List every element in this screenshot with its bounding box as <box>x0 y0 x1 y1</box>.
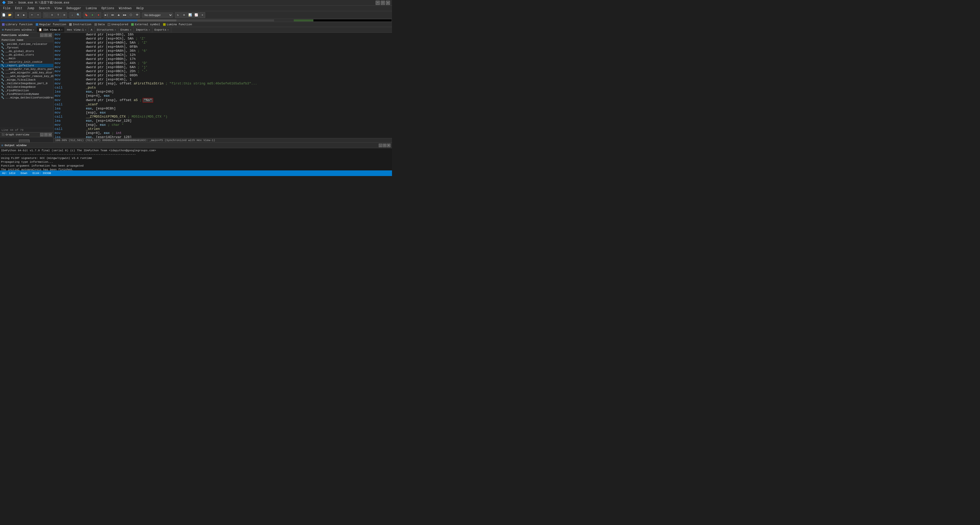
list-button[interactable]: ≡ <box>49 12 55 18</box>
title-bar-left: 🔷 IDA - boom.exe H:\迅雷下载\boom.exe <box>2 0 69 5</box>
menu-edit[interactable]: Edit <box>13 6 24 11</box>
refresh-button[interactable]: ↻ <box>175 12 181 18</box>
code-op: mov <box>55 45 70 49</box>
graph-minimize-btn[interactable]: _ <box>40 133 44 136</box>
tab-exports[interactable]: Exports ✕ <box>152 27 171 33</box>
tab-enums[interactable]: Enums ✕ <box>118 27 134 33</box>
output-content[interactable]: IDAPython 64-bit v1.7.0 final (serial 0)… <box>0 148 392 170</box>
function-icon: 🔧 <box>1 71 5 74</box>
sidebar-item-validate[interactable]: 🔧 _ValidateImageBase <box>0 85 53 89</box>
watch-button[interactable]: 👁 <box>134 12 140 18</box>
forward-button[interactable]: ▶ <box>21 12 27 18</box>
menu-search[interactable]: Search <box>37 6 52 11</box>
new-button[interactable]: 📄 <box>1 12 6 18</box>
run2-button[interactable]: ▶▶ <box>122 12 127 18</box>
graph-button[interactable]: ⬛ <box>43 12 49 18</box>
sidebar-list[interactable]: 🔧 _pei386_runtime_relocator 🔧 _fpreset 🔧… <box>0 42 53 128</box>
code-op: mov <box>55 65 70 70</box>
menu-lumina[interactable]: Lumina <box>84 6 99 11</box>
maximize-button[interactable]: □ <box>381 1 385 5</box>
stepout-button[interactable]: ⏏ <box>116 12 121 18</box>
output-minimize-btn[interactable]: _ <box>379 144 382 147</box>
search-button[interactable]: 🔍 <box>76 12 81 18</box>
tab-a-label: A <box>91 28 92 32</box>
progress-seg-7 <box>313 19 391 21</box>
progress-seg-3 <box>137 19 177 21</box>
sidebar-item-report[interactable]: 🔧 _report_gsfailure <box>0 64 53 67</box>
stepover-button[interactable]: ⏭ <box>110 12 115 18</box>
nav-next-button[interactable]: ➡ <box>35 12 41 18</box>
function-icon: 🔧 <box>1 64 5 67</box>
tab-imports-close[interactable]: ✕ <box>148 28 150 32</box>
debugger-select[interactable]: No debugger <box>142 13 173 17</box>
open-button[interactable]: 📂 <box>7 12 13 18</box>
code-op: mov <box>55 82 70 86</box>
tab-exports-label: Exports <box>154 28 166 32</box>
sidebar-item-w64-remove[interactable]: 🔧 ___w64_mingwthr_remove_key_dtor <box>0 75 53 78</box>
close-button[interactable]: ✕ <box>386 1 390 5</box>
tab-a[interactable]: A <box>89 27 95 33</box>
sidebar-item-security[interactable]: 🔧 __security_init_cookie <box>0 60 53 64</box>
output-close-btn[interactable]: ✕ <box>387 144 390 147</box>
menu-debugger[interactable]: Debugger <box>64 6 83 11</box>
sidebar-item-ctors[interactable]: 🔧 __do_global_ctors <box>0 53 53 57</box>
menu-jump[interactable]: Jump <box>25 6 37 11</box>
progress-seg-6 <box>294 19 313 21</box>
extra1-button[interactable]: 📊 <box>187 12 193 18</box>
menu-options[interactable]: Options <box>99 6 116 11</box>
sidebar-item-validate-part[interactable]: 🔧 _ValidateImageBase_part_0 <box>0 82 53 85</box>
down-button[interactable]: ↓ <box>69 12 75 18</box>
settings-button[interactable]: ⚙ <box>181 12 187 18</box>
sidebar-float-btn[interactable]: □ <box>44 33 48 37</box>
code-view[interactable]: mov dword ptr [esp+98h], 16h mov dword p… <box>54 33 392 138</box>
sidebar-item-findpe[interactable]: 🔧 _FindPESection <box>0 89 53 92</box>
code-op: call <box>55 103 70 106</box>
sidebar-line-count: Line 44 of 79 <box>0 128 53 132</box>
nav-prev-button[interactable]: ⬅ <box>29 12 35 18</box>
breakpoint-button[interactable]: ⬡ <box>128 12 134 18</box>
tab-ida-view-close[interactable]: ✕ <box>61 28 62 32</box>
sidebar-item-main[interactable]: 🔧 __main <box>0 57 53 60</box>
menu-help[interactable]: Help <box>134 6 146 11</box>
run-button[interactable]: ● <box>89 12 95 18</box>
tab-functions-close[interactable]: ✕ <box>33 28 34 32</box>
sidebar-item-tls[interactable]: 🔧 _mingw_TLScallback <box>0 78 53 82</box>
tab-structures[interactable]: Structures ✕ <box>95 27 118 33</box>
sidebar-item-fpreset[interactable]: 🔧 _fpreset <box>0 46 53 49</box>
sidebar-item-dtors[interactable]: 🔧 __do_global_dtors <box>0 49 53 53</box>
tab-enums-close[interactable]: ✕ <box>130 28 131 32</box>
tab-structures-close[interactable]: ✕ <box>115 28 116 32</box>
back-button[interactable]: ◀ <box>15 12 21 18</box>
minimize-button[interactable]: ─ <box>375 1 380 5</box>
output-float-btn[interactable]: □ <box>383 144 387 147</box>
code-comment: ; int <box>110 131 122 135</box>
sidebar-item-findpe-by-name[interactable]: 🔧 _FindPESectionByName <box>0 92 53 96</box>
tab-exports-close[interactable]: ✕ <box>167 28 169 32</box>
code-line: lea eax, [esp+24h] <box>54 90 392 94</box>
tab-functions[interactable]: ⊞ Functions window ✕ <box>0 27 37 33</box>
sidebar-close-btn[interactable]: ✕ <box>48 33 52 37</box>
step-button[interactable]: ▶| <box>103 12 109 18</box>
sidebar-item-pei386[interactable]: 🔧 _pei386_runtime_relocator <box>0 42 53 46</box>
sidebar-minimize-btn[interactable]: _ <box>40 33 44 37</box>
extra3-button[interactable]: ✕ <box>200 12 205 18</box>
sidebar-item-w64-add[interactable]: 🔧 ___w64_mingwthr_add_key_dtor <box>0 71 53 75</box>
bookmark-button[interactable]: 🔖 <box>83 12 89 18</box>
sidebar-item-mingwthr[interactable]: 🔧 __mingwthr_run_key_dtors_part_0 <box>0 67 53 71</box>
graph-float-btn[interactable]: □ <box>44 133 48 136</box>
stop-button[interactable]: ● <box>96 12 101 18</box>
menu-file[interactable]: File <box>1 6 13 11</box>
extra2-button[interactable]: 📈 <box>193 12 199 18</box>
tab-hex-view-close[interactable]: ✕ <box>85 28 86 32</box>
menu-windows[interactable]: Windows <box>117 6 134 11</box>
tab-ida-view[interactable]: 📋 IDA View-A ✕ <box>37 27 65 33</box>
hex-button[interactable]: H <box>62 12 67 18</box>
tab-imports[interactable]: Imports ✕ <box>134 27 152 33</box>
svg-rect-0 <box>19 140 29 142</box>
tab-ida-view-label: IDA View-A <box>43 28 60 32</box>
sidebar-item-mingw-get[interactable]: 🔧 ...mingw_GetSectionFontAddress... <box>0 96 53 100</box>
menu-view[interactable]: View <box>52 6 64 11</box>
tab-hex-view[interactable]: Hex View-1 ✕ <box>65 27 89 33</box>
graph-close-btn[interactable]: ✕ <box>48 133 52 136</box>
text-button[interactable]: T <box>56 12 61 18</box>
